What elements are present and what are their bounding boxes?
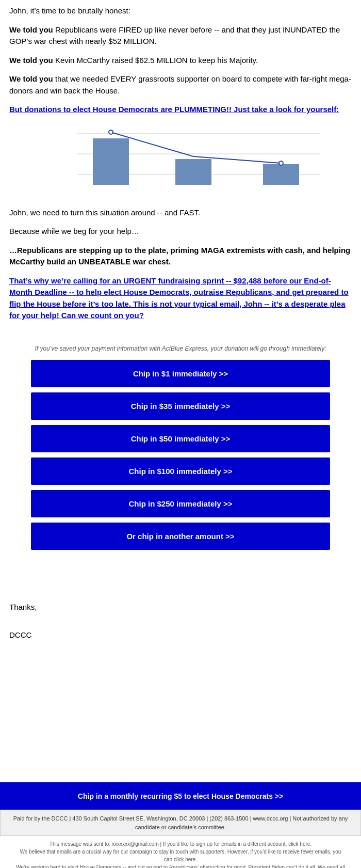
para6: …Republicans are stepping up to the plat… [9,245,352,268]
signature: DCCC [9,629,352,641]
plummeting-link[interactable]: But donations to elect House Democrats a… [9,105,339,114]
fine3: We’re working hard to elect House Democr… [15,863,346,868]
para3-bold: We told you [9,74,53,83]
svg-point-6 [109,130,113,134]
monthly-recurring-button[interactable]: Chip in a monthly recurring $5 to elect … [78,792,283,800]
thanks-text: Thanks, [9,602,352,613]
chip-100-button[interactable]: Chip in $100 immediately >> [31,457,330,485]
para3-rest: that we needed EVERY grassroots supporte… [9,74,351,95]
thanks-section: Thanks, DCCC [0,565,361,751]
fine1: This message was sent to: xxxxxxx@gmail.… [15,840,346,848]
para4: John, we need to turn this situation aro… [9,207,352,219]
para1: We told you Republicans were FIRED up li… [9,24,352,48]
chip-other-button[interactable]: Or chip in another amount >> [31,523,330,550]
para2-rest: Kevin McCarthy raised $62.5 MILLION to k… [53,56,258,65]
urgent-sprint-link[interactable]: That’s why we’re calling for an URGENT f… [9,276,349,320]
para2: We told you Kevin McCarthy raised $62.5 … [9,55,352,67]
actblue-note: If you’ve saved your payment information… [31,344,330,353]
link2-container[interactable]: That’s why we’re calling for an URGENT f… [9,275,352,322]
donations-chart [36,123,325,198]
para3: We told you that we needed EVERY grassro… [9,73,352,97]
chip-1-button[interactable]: Chip in $1 immediately >> [31,360,330,387]
legal-text: Paid for by the DCCC | 430 South Capitol… [13,815,348,830]
chip-50-button[interactable]: Chip in $50 immediately >> [31,425,330,452]
svg-point-7 [279,161,283,165]
footer-fine-print: This message was sent to: xxxxxxx@gmail.… [0,836,361,868]
para5: Because while we beg for your help… [9,226,352,238]
svg-rect-5 [263,164,299,185]
para2-bold: We told you [9,56,53,65]
chip-250-button[interactable]: Chip in $250 immediately >> [31,490,330,517]
fine2: We believe that emails are a crucial way… [15,848,346,863]
para1-bold: We told you [9,25,53,34]
para1-rest: Republicans were FIRED up like never bef… [9,25,340,46]
link1-text[interactable]: But donations to elect House Democrats a… [9,104,352,116]
donation-section: If you’ve saved your payment information… [0,339,361,566]
main-content: John, it’s time to be brutally honest: W… [0,0,361,339]
svg-rect-4 [175,159,211,185]
chip-35-button[interactable]: Chip in $35 immediately >> [31,392,330,420]
footer-sticky[interactable]: Chip in a monthly recurring $5 to elect … [0,782,361,810]
footer-legal: Paid for by the DCCC | 430 South Capitol… [0,810,361,836]
opener: John, it’s time to be brutally honest: [9,5,352,17]
chart-svg [36,123,325,198]
svg-rect-3 [93,138,129,185]
